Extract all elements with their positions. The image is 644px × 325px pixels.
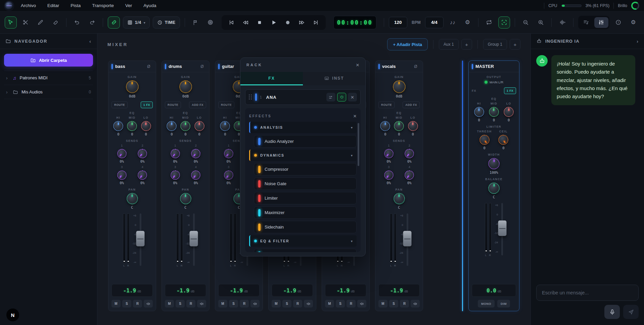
tempo-settings-button[interactable] bbox=[462, 16, 474, 29]
group-button[interactable]: Group 1 bbox=[483, 39, 507, 50]
fast-forward-button[interactable] bbox=[296, 17, 308, 28]
remove-effect-button[interactable] bbox=[348, 93, 357, 101]
fader-handle[interactable] bbox=[403, 231, 412, 246]
eq-mid-knob[interactable] bbox=[489, 107, 499, 117]
speaker-button[interactable] bbox=[144, 300, 153, 308]
browser-item[interactable]: Mis Audios 0 bbox=[4, 85, 93, 99]
time-mode-button[interactable]: TIME bbox=[153, 16, 180, 29]
menu-item[interactable]: Pista bbox=[71, 3, 81, 8]
collapse-panel-button[interactable] bbox=[637, 38, 639, 44]
add-track-button[interactable]: + Añadir Pista bbox=[387, 38, 428, 50]
effect-category[interactable]: ANALYSIS bbox=[249, 122, 357, 133]
send-knob[interactable] bbox=[384, 149, 394, 158]
close-rack-button[interactable] bbox=[356, 62, 359, 68]
mixer-view-button[interactable] bbox=[594, 17, 608, 28]
help-button[interactable]: ? bbox=[612, 16, 625, 29]
skip-start-button[interactable] bbox=[226, 17, 237, 28]
send-knob[interactable] bbox=[224, 170, 233, 180]
record-arm-button[interactable]: R bbox=[293, 300, 302, 308]
marker-button[interactable] bbox=[190, 16, 202, 29]
eq-hi-knob[interactable] bbox=[220, 121, 230, 131]
effect-item[interactable]: Spectral EQ bbox=[254, 249, 357, 252]
fx-badge[interactable]: 1 FX bbox=[141, 101, 153, 108]
send-knob[interactable] bbox=[117, 149, 127, 158]
send-knob[interactable] bbox=[191, 170, 200, 180]
effect-item[interactable]: Sidechain bbox=[254, 221, 357, 233]
eq-lo-knob[interactable] bbox=[141, 121, 151, 131]
eq-mid-knob[interactable] bbox=[394, 121, 404, 131]
menu-item[interactable]: Transporte bbox=[92, 3, 114, 8]
mute-button[interactable]: M bbox=[378, 300, 387, 308]
record-button[interactable] bbox=[282, 17, 293, 28]
eq-lo-knob[interactable] bbox=[408, 121, 418, 131]
gain-knob[interactable] bbox=[126, 80, 139, 93]
send-knob[interactable] bbox=[138, 149, 147, 158]
eq-mid-knob[interactable] bbox=[127, 121, 137, 131]
expand-chevron-icon[interactable] bbox=[6, 89, 9, 95]
eq-hi-knob[interactable] bbox=[474, 107, 484, 117]
close-effects-button[interactable] bbox=[353, 113, 357, 119]
thresh-knob[interactable] bbox=[479, 135, 490, 145]
add-aux-button[interactable]: + bbox=[461, 39, 472, 50]
menu-item[interactable]: Ver bbox=[125, 3, 132, 8]
settings-button[interactable] bbox=[627, 16, 639, 29]
route-button[interactable]: ROUTE bbox=[378, 101, 395, 108]
grid-division-dropdown[interactable]: 1/4 bbox=[123, 16, 150, 29]
solo-button[interactable]: S bbox=[336, 300, 345, 308]
effect-settings-button[interactable] bbox=[326, 93, 335, 101]
chat-input[interactable] bbox=[536, 285, 639, 301]
record-arm-button[interactable]: R bbox=[240, 300, 249, 308]
expand-chevron-icon[interactable] bbox=[6, 75, 9, 81]
eq-hi-knob[interactable] bbox=[113, 121, 123, 131]
send-knob[interactable] bbox=[171, 170, 180, 180]
cut-tool-button[interactable] bbox=[20, 16, 32, 29]
mute-button[interactable]: M bbox=[272, 300, 281, 308]
menu-item[interactable]: Archivo bbox=[21, 3, 36, 8]
zoom-out-button[interactable] bbox=[520, 16, 532, 29]
mute-button[interactable]: M bbox=[165, 300, 174, 308]
zoom-in-button[interactable] bbox=[535, 16, 547, 29]
solo-button[interactable]: S bbox=[229, 300, 238, 308]
fit-view-button[interactable] bbox=[498, 16, 510, 29]
collapse-sidebar-button[interactable] bbox=[89, 38, 92, 44]
ceil-knob[interactable] bbox=[498, 135, 508, 145]
punch-target-button[interactable] bbox=[204, 16, 217, 29]
tab-inst[interactable]: INST bbox=[303, 72, 365, 85]
fader-handle[interactable] bbox=[190, 231, 198, 246]
gain-knob[interactable] bbox=[179, 80, 192, 93]
effect-item[interactable]: Maximizer bbox=[254, 206, 357, 219]
balance-knob[interactable] bbox=[488, 182, 500, 194]
mute-button[interactable]: M bbox=[325, 300, 334, 308]
snap-toggle-button[interactable] bbox=[108, 16, 120, 29]
speaker-button[interactable] bbox=[197, 300, 206, 308]
menu-item[interactable]: Editar bbox=[47, 3, 59, 8]
volume-fader[interactable] bbox=[140, 213, 141, 266]
time-signature-button[interactable]: 4/4 bbox=[425, 17, 444, 28]
eq-lo-knob[interactable] bbox=[504, 107, 514, 117]
mic-button[interactable] bbox=[604, 305, 620, 319]
fader-handle[interactable] bbox=[498, 220, 506, 236]
phase-button[interactable] bbox=[145, 63, 153, 70]
play-button[interactable] bbox=[268, 17, 279, 28]
add-group-button[interactable]: + bbox=[510, 39, 520, 50]
send-knob[interactable] bbox=[138, 170, 147, 180]
skip-end-button[interactable] bbox=[310, 17, 322, 28]
menu-item[interactable]: Ayuda bbox=[143, 3, 156, 8]
effect-power-button[interactable] bbox=[337, 93, 346, 101]
eq-lo-knob[interactable] bbox=[194, 121, 204, 131]
eq-mid-knob[interactable] bbox=[180, 121, 190, 131]
pan-knob[interactable] bbox=[127, 193, 138, 204]
solo-button[interactable]: S bbox=[282, 300, 291, 308]
send-button[interactable] bbox=[623, 305, 639, 319]
width-knob[interactable] bbox=[488, 158, 500, 169]
fx-chain-slot[interactable]: 1 ANA bbox=[245, 89, 361, 105]
effect-category[interactable]: EQ & FILTER bbox=[249, 235, 357, 247]
dim-button[interactable]: DIM bbox=[497, 300, 510, 308]
speaker-button[interactable] bbox=[250, 300, 260, 308]
mute-button[interactable]: M bbox=[218, 300, 227, 308]
open-folder-button[interactable]: Abrir Carpeta bbox=[4, 54, 93, 67]
effect-item[interactable]: Compressor bbox=[254, 163, 357, 175]
record-arm-button[interactable]: R bbox=[347, 300, 356, 308]
solo-button[interactable]: S bbox=[176, 300, 185, 308]
route-button[interactable]: ROUTE bbox=[218, 101, 234, 108]
